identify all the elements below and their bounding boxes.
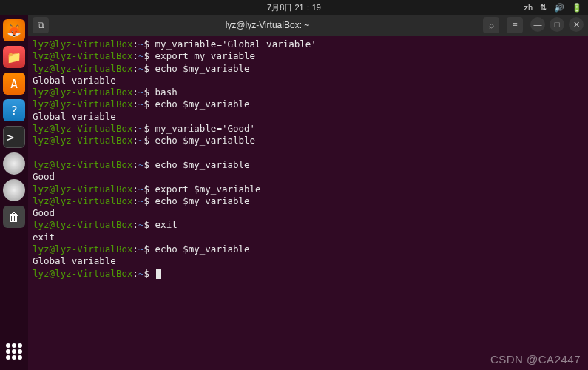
command-text: echo $my_variable — [155, 195, 250, 206]
output-text: Global variable — [33, 111, 584, 123]
system-topbar: 7月8日 21：19 zh ⇅ 🔊 🔋 — [0, 0, 588, 15]
prompt-path: ~ — [138, 219, 144, 230]
dock-apps-icon[interactable] — [3, 340, 25, 363]
command-text: export my_variable — [155, 50, 255, 61]
clock: 7月8日 21：19 — [267, 2, 321, 13]
prompt-user: lyz@lyz-VirtualBox — [33, 38, 132, 50]
prompt-path: ~ — [138, 159, 144, 170]
prompt-user: lyz@lyz-VirtualBox — [33, 184, 132, 195]
prompt-user: lyz@lyz-VirtualBox — [33, 50, 132, 61]
dock-files-icon[interactable]: 📁 — [3, 46, 25, 68]
terminal-line: lyz@lyz-VirtualBox:~$ echo $my_varialble — [33, 135, 584, 147]
command-text: echo $my_variable — [155, 159, 250, 170]
network-icon[interactable]: ⇅ — [540, 3, 547, 13]
output-text: Global variable — [33, 255, 584, 267]
prompt-user: lyz@lyz-VirtualBox — [33, 63, 132, 74]
prompt-path: ~ — [138, 63, 144, 74]
output-text: Good — [33, 207, 584, 219]
output-text: Good — [33, 171, 584, 183]
dock-trash-icon[interactable]: 🗑 — [3, 206, 25, 228]
terminal-line: lyz@lyz-VirtualBox:~$ echo $my_variable — [33, 63, 584, 75]
terminal-line: lyz@lyz-VirtualBox:~$ export my_variable — [33, 50, 584, 62]
dock-disk-icon[interactable] — [3, 152, 25, 175]
prompt-user: lyz@lyz-VirtualBox — [33, 123, 132, 134]
terminal-line: lyz@lyz-VirtualBox:~$ export $my_variabl… — [33, 184, 584, 195]
dock-disk-icon[interactable] — [3, 179, 25, 201]
minimize-button[interactable]: — — [530, 17, 545, 32]
dock-firefox-icon[interactable]: 🦊 — [3, 19, 25, 41]
command-text: echo $my_variable — [155, 63, 250, 74]
command-text: echo $my_variable — [155, 243, 250, 255]
terminal-line: lyz@lyz-VirtualBox:~$ echo $my_variable — [33, 195, 584, 207]
output-text: Global variable — [33, 75, 584, 87]
command-text: exit — [155, 219, 178, 230]
dock-software-icon[interactable]: A — [3, 73, 25, 95]
prompt-path: ~ — [138, 98, 144, 110]
command-text: echo $my_varialble — [155, 135, 255, 146]
terminal-line: lyz@lyz-VirtualBox:~$ echo $my_variable — [33, 159, 584, 171]
terminal-line: lyz@lyz-VirtualBox:~$ — [33, 268, 584, 280]
prompt-user: lyz@lyz-VirtualBox — [33, 195, 132, 206]
dock: 🦊 📁 A ? >_ 🗑 — [0, 15, 28, 370]
prompt-user: lyz@lyz-VirtualBox — [33, 243, 132, 255]
command-text: my_variable='Good' — [155, 123, 255, 134]
window-titlebar: ⧉ lyz@lyz-VirtualBox: ~ ⌕ ≡ — □ ✕ — [28, 15, 588, 36]
window-title: lyz@lyz-VirtualBox: ~ — [52, 20, 483, 30]
prompt-path: ~ — [138, 195, 144, 206]
close-button[interactable]: ✕ — [569, 17, 584, 32]
prompt-user: lyz@lyz-VirtualBox — [33, 159, 132, 170]
prompt-user: lyz@lyz-VirtualBox — [33, 98, 132, 110]
prompt-path: ~ — [138, 184, 144, 195]
prompt-path: ~ — [138, 135, 144, 146]
battery-icon[interactable]: 🔋 — [572, 3, 582, 13]
prompt-path: ~ — [138, 268, 144, 279]
prompt-path: ~ — [138, 243, 144, 255]
maximize-button[interactable]: □ — [550, 17, 564, 32]
terminal-body[interactable]: lyz@lyz-VirtualBox:~$ my_variable='Globa… — [28, 36, 588, 370]
watermark: CSDN @CA2447 — [490, 353, 581, 366]
output-text: exit — [33, 232, 584, 243]
terminal-line: lyz@lyz-VirtualBox:~$ bash — [33, 87, 584, 98]
prompt-user: lyz@lyz-VirtualBox — [33, 87, 132, 98]
new-tab-button[interactable]: ⧉ — [33, 17, 49, 33]
prompt-user: lyz@lyz-VirtualBox — [33, 219, 132, 230]
prompt-path: ~ — [138, 123, 144, 134]
dock-terminal-icon[interactable]: >_ — [3, 126, 25, 148]
prompt-user: lyz@lyz-VirtualBox — [33, 268, 132, 279]
dock-help-icon[interactable]: ? — [3, 99, 25, 121]
prompt-path: ~ — [138, 38, 144, 50]
volume-icon[interactable]: 🔊 — [554, 3, 564, 13]
prompt-path: ~ — [138, 50, 144, 61]
terminal-line: lyz@lyz-VirtualBox:~$ exit — [33, 219, 584, 231]
input-lang[interactable]: zh — [524, 3, 533, 12]
prompt-path: ~ — [138, 87, 144, 98]
search-button[interactable]: ⌕ — [483, 17, 499, 33]
output-text — [33, 147, 584, 159]
command-text: my_variable='Global variable' — [155, 38, 317, 50]
command-text: export $my_variable — [155, 184, 261, 195]
terminal-line: lyz@lyz-VirtualBox:~$ my_variable='Globa… — [33, 38, 584, 50]
terminal-window: ⧉ lyz@lyz-VirtualBox: ~ ⌕ ≡ — □ ✕ lyz@ly… — [28, 15, 588, 370]
terminal-line: lyz@lyz-VirtualBox:~$ my_variable='Good' — [33, 123, 584, 135]
cursor — [156, 269, 161, 279]
terminal-line: lyz@lyz-VirtualBox:~$ echo $my_variable — [33, 98, 584, 110]
command-text: bash — [155, 87, 178, 98]
menu-button[interactable]: ≡ — [507, 17, 523, 33]
terminal-line: lyz@lyz-VirtualBox:~$ echo $my_variable — [33, 243, 584, 255]
command-text: echo $my_variable — [155, 98, 250, 110]
prompt-user: lyz@lyz-VirtualBox — [33, 135, 132, 146]
